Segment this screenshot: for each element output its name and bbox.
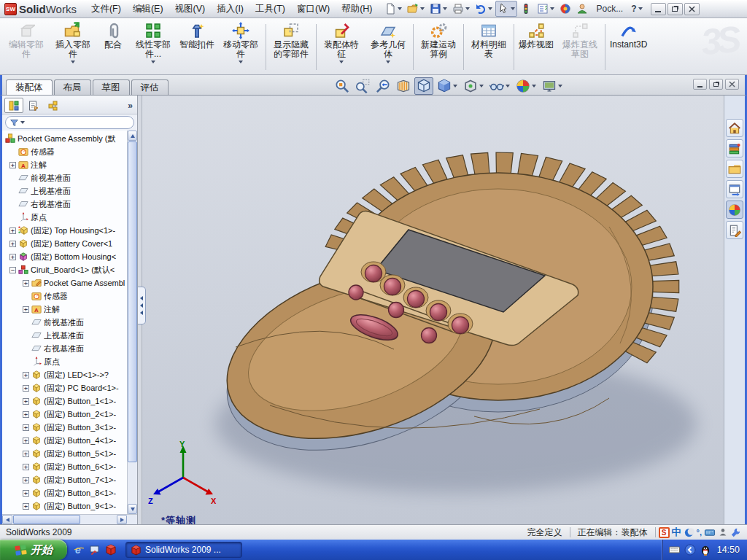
tree-item[interactable]: +(固定) Button_7<1>- — [2, 473, 127, 486]
tree-vertical-scrollbar[interactable] — [127, 131, 137, 514]
section-view-button[interactable] — [394, 77, 413, 95]
tree-item[interactable]: +(固定) Button_8<1>- — [2, 486, 127, 499]
view-orientation-button[interactable] — [414, 77, 433, 95]
show-hidden-components-button[interactable]: 显示隐藏的零部件 — [268, 20, 314, 74]
panel-tab-configurationmanager[interactable] — [44, 98, 63, 113]
tree-item[interactable]: 上视基准面 — [2, 184, 127, 198]
zoom-fit-button[interactable] — [333, 77, 352, 95]
tree-item[interactable]: +Pocket Game Assembl — [2, 276, 127, 289]
chevron-down-icon[interactable] — [386, 61, 390, 63]
panel-collapse-handle[interactable] — [138, 287, 146, 324]
bill-of-materials-button[interactable]: 材料明细表 — [465, 20, 512, 74]
chevron-down-icon[interactable] — [398, 7, 402, 10]
expand-toggle[interactable]: + — [23, 503, 29, 510]
tree-item[interactable]: +A注解 — [2, 303, 127, 316]
expand-toggle[interactable]: + — [23, 398, 29, 405]
task-pane-tab-design-library[interactable] — [726, 139, 743, 158]
tree-item[interactable]: Pocket Game Assembly (默 — [2, 132, 127, 145]
chevron-down-icon[interactable] — [511, 7, 515, 10]
restore-button[interactable] — [667, 3, 683, 15]
move-component-button[interactable]: 移动零部件 — [217, 20, 264, 74]
document-minimize-button[interactable] — [693, 79, 707, 90]
ime-hand-icon[interactable] — [718, 527, 728, 537]
scroll-left-button[interactable] — [2, 515, 12, 524]
web-button[interactable] — [557, 1, 573, 17]
chevron-down-icon[interactable] — [558, 85, 562, 88]
taskbar-task-solidworks[interactable]: SolidWorks 2009 ... — [125, 542, 242, 558]
scrollbar-thumb[interactable] — [128, 141, 137, 462]
tab-评估[interactable]: 评估 — [131, 79, 169, 95]
chevron-down-icon[interactable] — [453, 85, 457, 88]
ime-keyboard-icon[interactable] — [704, 527, 716, 538]
chevron-down-icon[interactable] — [479, 85, 484, 88]
view-settings-button[interactable] — [540, 77, 565, 95]
close-button[interactable] — [684, 3, 700, 15]
select-button[interactable] — [495, 1, 517, 17]
save-button[interactable] — [427, 1, 449, 17]
menu-item-3[interactable]: 插入(I) — [211, 1, 249, 18]
expand-toggle[interactable]: + — [23, 477, 29, 483]
open-button[interactable] — [405, 1, 427, 17]
ime-fullwidth-icon[interactable] — [684, 527, 694, 538]
filter-input[interactable] — [5, 116, 134, 129]
new-document-button[interactable] — [382, 1, 404, 17]
previous-view-button[interactable] — [374, 77, 392, 95]
document-close-button[interactable] — [725, 79, 739, 90]
menu-item-4[interactable]: 工具(T) — [249, 1, 291, 18]
task-pane-tab-file-explorer[interactable] — [726, 160, 743, 178]
tree-item[interactable]: +A注解 — [2, 158, 127, 171]
expand-toggle[interactable]: + — [9, 162, 16, 168]
tree-item[interactable]: +(固定) Button_4<1>- — [2, 434, 127, 447]
tree-item[interactable]: 传感器 — [2, 289, 127, 303]
mate-button[interactable]: 配合 — [96, 20, 130, 74]
scroll-down-button[interactable] — [128, 504, 137, 514]
tree-item[interactable]: 传感器 — [2, 145, 127, 158]
undo-button[interactable] — [473, 1, 495, 17]
menu-item-1[interactable]: 编辑(E) — [127, 1, 169, 18]
expand-toggle[interactable]: + — [23, 306, 29, 313]
expand-toggle[interactable]: − — [9, 267, 16, 273]
tree-item[interactable]: +(固定) Button_1<1>- — [2, 394, 127, 408]
tree-item[interactable]: 原点 — [2, 211, 127, 224]
menu-item-0[interactable]: 文件(F) — [85, 1, 127, 18]
tree-item[interactable]: 右视基准面 — [2, 342, 127, 355]
chevron-down-icon[interactable] — [443, 7, 447, 10]
expand-toggle[interactable]: + — [23, 490, 29, 497]
chevron-down-icon[interactable] — [151, 61, 155, 63]
motion-study-button[interactable]: 新建运动算例 — [415, 20, 462, 74]
tree-item[interactable]: +(固定) Button_5<1>- — [2, 447, 127, 460]
tree-item[interactable]: +(固定) LED<1>->? — [2, 368, 127, 381]
menu-item-2[interactable]: 视图(V) — [169, 1, 212, 18]
chevron-down-icon[interactable] — [532, 85, 536, 88]
chevron-down-icon[interactable] — [339, 61, 344, 63]
tree-item[interactable]: 前视基准面 — [2, 171, 127, 184]
edit-appearance-button[interactable] — [487, 77, 512, 95]
assembly-features-button[interactable]: 装配体特征 — [318, 20, 365, 74]
tree-item[interactable]: +(固定) Button_9<1>- — [2, 499, 127, 513]
chevron-down-icon[interactable] — [420, 7, 425, 10]
instant3d-button[interactable]: Instant3D — [607, 20, 650, 74]
expand-toggle[interactable]: + — [23, 451, 29, 457]
graphics-viewport[interactable]: Y X Z *等轴测 — [142, 96, 724, 524]
insert-component-button[interactable]: 插入零部件 — [50, 20, 96, 74]
hide-tray-icons-button[interactable] — [684, 544, 696, 556]
hide-show-items-button[interactable] — [461, 77, 486, 95]
tree-item[interactable]: +(固定) Bottom Housing< — [2, 250, 127, 263]
keyboard-tray-icon[interactable] — [668, 544, 681, 556]
expand-toggle[interactable]: + — [23, 424, 29, 431]
tree-item[interactable]: +(固定) Button_3<1>- — [2, 421, 127, 434]
expand-toggle[interactable]: + — [23, 385, 29, 392]
apply-scene-button[interactable] — [514, 77, 538, 95]
linear-component-pattern-button[interactable]: 线性零部件... — [130, 20, 177, 74]
task-pane-tab-custom-properties[interactable] — [726, 221, 743, 239]
ime-language-icon[interactable]: 中 — [672, 526, 681, 539]
expand-toggle[interactable]: + — [23, 411, 29, 418]
expand-toggle[interactable]: + — [9, 241, 16, 247]
tree-item[interactable]: +(固定) Battery Cover<1 — [2, 237, 127, 250]
tab-装配体[interactable]: 装配体 — [6, 79, 53, 95]
tree-item[interactable]: 右视基准面 — [2, 198, 127, 211]
chevron-down-icon[interactable] — [465, 7, 470, 10]
expand-toggle[interactable]: + — [23, 438, 29, 444]
tree-item[interactable]: −Ciruit_Board<1> (默认< — [2, 263, 127, 276]
print-button[interactable] — [450, 1, 472, 17]
